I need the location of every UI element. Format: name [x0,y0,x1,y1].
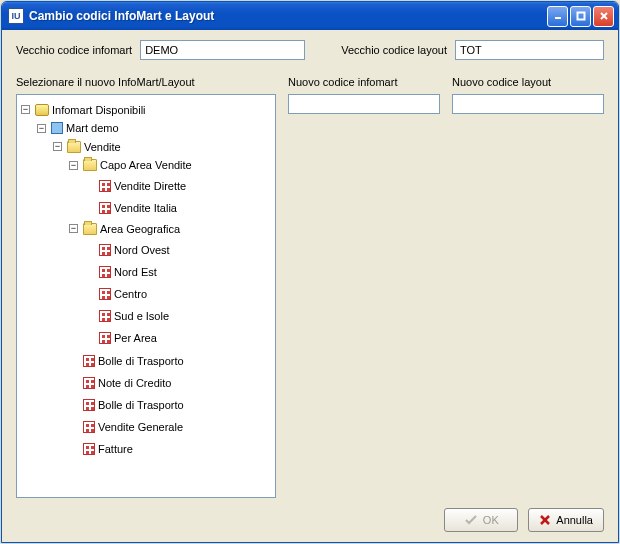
old-infomart-field[interactable] [140,40,305,60]
check-icon [464,514,478,526]
tree-label: Infomart Disponibili [52,102,146,118]
tree-label: Bolle di Trasporto [98,353,184,369]
report-icon [83,421,95,433]
report-icon [99,310,111,322]
tree-label: Vendite Italia [114,200,177,216]
tree-leaf[interactable]: Vendite Dirette [85,178,186,194]
collapse-icon[interactable]: − [21,105,30,114]
tree-leaf[interactable]: Nord Est [85,264,157,280]
cube-icon [51,122,63,134]
folder-icon [67,141,81,153]
tree-leaf[interactable]: Bolle di Trasporto [69,397,184,413]
tree-node-root[interactable]: − Infomart Disponibili [21,102,146,118]
new-layout-field[interactable] [452,94,604,114]
window-title: Cambio codici InfoMart e Layout [29,9,547,23]
maximize-button[interactable] [570,6,591,27]
tree-node-vendite[interactable]: − Vendite [53,139,121,155]
tree-label: Sud e Isole [114,308,169,324]
report-icon [99,180,111,192]
tree-label: Fatture [98,441,133,457]
report-icon [83,443,95,455]
close-button[interactable] [593,6,614,27]
select-new-label: Selezionare il nuovo InfoMart/Layout [16,76,276,88]
report-icon [99,266,111,278]
collapse-icon[interactable]: − [53,142,62,151]
tree-label: Bolle di Trasporto [98,397,184,413]
tree-leaf[interactable]: Nord Ovest [85,242,170,258]
report-icon [99,244,111,256]
folder-icon [83,223,97,235]
tree-label: Vendite Generale [98,419,183,435]
collapse-icon[interactable]: − [37,124,46,133]
tree-leaf[interactable]: Bolle di Trasporto [69,353,184,369]
old-layout-label: Vecchio codice layout [341,44,447,56]
window-frame: IU Cambio codici InfoMart e Layout Vecch… [1,1,619,543]
tree-label: Area Geografica [100,221,180,237]
tree-label: Capo Area Vendite [100,157,192,173]
report-icon [83,399,95,411]
tree-label: Mart demo [66,120,119,136]
tree-leaf[interactable]: Per Area [85,330,157,346]
titlebar[interactable]: IU Cambio codici InfoMart e Layout [2,2,618,30]
old-infomart-label: Vecchio codice infomart [16,44,132,56]
new-infomart-field[interactable] [288,94,440,114]
old-layout-field[interactable] [455,40,604,60]
ok-label: OK [483,514,499,526]
minimize-button[interactable] [547,6,568,27]
new-layout-label: Nuovo codice layout [452,76,604,88]
cancel-button[interactable]: Annulla [528,508,604,532]
report-icon [99,288,111,300]
report-icon [83,377,95,389]
svg-rect-1 [577,13,584,20]
tree-node-area-geo[interactable]: − Area Geografica [69,221,180,237]
tree-label: Note di Credito [98,375,171,391]
report-icon [99,332,111,344]
tree-leaf[interactable]: Note di Credito [69,375,171,391]
new-infomart-label: Nuovo codice infomart [288,76,440,88]
ok-button[interactable]: OK [444,508,518,532]
tree-label: Per Area [114,330,157,346]
tree-label: Nord Ovest [114,242,170,258]
tree-leaf[interactable]: Fatture [69,441,133,457]
database-icon [35,104,49,116]
app-icon: IU [8,8,24,24]
tree-node-mart[interactable]: − Mart demo [37,120,119,136]
client-area: Vecchio codice infomart Vecchio codice l… [2,30,618,542]
tree-leaf[interactable]: Sud e Isole [85,308,169,324]
tree-label: Vendite [84,139,121,155]
tree-leaf[interactable]: Vendite Generale [69,419,183,435]
tree-label: Vendite Dirette [114,178,186,194]
report-icon [83,355,95,367]
tree-node-capo-area[interactable]: − Capo Area Vendite [69,157,192,173]
x-icon [539,514,551,526]
tree-label: Nord Est [114,264,157,280]
cancel-label: Annulla [556,514,593,526]
collapse-icon[interactable]: − [69,161,78,170]
tree-leaf[interactable]: Centro [85,286,147,302]
folder-icon [83,159,97,171]
infomart-tree[interactable]: − Infomart Disponibili − Mart demo [16,94,276,498]
collapse-icon[interactable]: − [69,224,78,233]
tree-leaf[interactable]: Vendite Italia [85,200,177,216]
report-icon [99,202,111,214]
tree-label: Centro [114,286,147,302]
